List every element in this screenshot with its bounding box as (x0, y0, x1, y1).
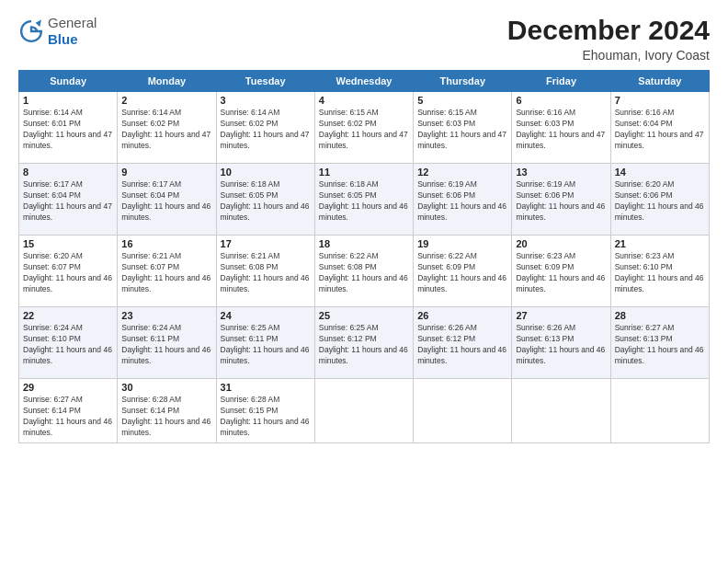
calendar-cell: 5Sunrise: 6:15 AMSunset: 6:03 PMDaylight… (414, 92, 512, 164)
calendar-cell: 14Sunrise: 6:20 AMSunset: 6:06 PMDayligh… (610, 164, 709, 236)
day-number: 28 (615, 310, 705, 321)
day-info: Sunrise: 6:22 AMSunset: 6:08 PMDaylight:… (319, 251, 409, 295)
day-number: 10 (221, 167, 311, 178)
calendar-cell: 12Sunrise: 6:19 AMSunset: 6:06 PMDayligh… (414, 164, 512, 236)
day-number: 1 (23, 95, 113, 106)
location: Ehouman, Ivory Coast (507, 48, 710, 63)
calendar-cell: 1Sunrise: 6:14 AMSunset: 6:01 PMDaylight… (19, 92, 118, 164)
day-number: 20 (516, 238, 606, 249)
day-info: Sunrise: 6:28 AMSunset: 6:14 PMDaylight:… (121, 395, 211, 439)
logo-general: General (48, 15, 97, 30)
day-info: Sunrise: 6:24 AMSunset: 6:11 PMDaylight:… (121, 323, 211, 367)
calendar-cell: 6Sunrise: 6:16 AMSunset: 6:03 PMDaylight… (512, 92, 610, 164)
page: General Blue December 2024 Ehouman, Ivor… (0, 0, 728, 563)
day-number: 15 (23, 238, 113, 249)
calendar-cell: 19Sunrise: 6:22 AMSunset: 6:09 PMDayligh… (414, 236, 512, 307)
day-number: 27 (516, 310, 606, 321)
day-info: Sunrise: 6:19 AMSunset: 6:06 PMDaylight:… (516, 179, 606, 224)
day-info: Sunrise: 6:24 AMSunset: 6:10 PMDaylight:… (23, 323, 113, 367)
calendar-header-tuesday: Tuesday (216, 71, 314, 92)
day-info: Sunrise: 6:26 AMSunset: 6:12 PMDaylight:… (417, 323, 507, 367)
calendar-cell: 20Sunrise: 6:23 AMSunset: 6:09 PMDayligh… (512, 236, 610, 307)
day-number: 5 (417, 95, 507, 106)
logo-text: General Blue (48, 15, 97, 48)
month-title: December 2024 (507, 15, 710, 46)
calendar-cell: 26Sunrise: 6:26 AMSunset: 6:12 PMDayligh… (414, 307, 512, 379)
day-number: 21 (615, 238, 705, 249)
day-info: Sunrise: 6:21 AMSunset: 6:07 PMDaylight:… (121, 251, 211, 295)
calendar-cell: 21Sunrise: 6:23 AMSunset: 6:10 PMDayligh… (610, 236, 709, 307)
logo-icon (18, 18, 44, 44)
day-info: Sunrise: 6:19 AMSunset: 6:06 PMDaylight:… (417, 179, 507, 224)
calendar: SundayMondayTuesdayWednesdayThursdayFrid… (18, 70, 710, 443)
day-info: Sunrise: 6:23 AMSunset: 6:10 PMDaylight:… (615, 251, 705, 295)
day-info: Sunrise: 6:27 AMSunset: 6:13 PMDaylight:… (615, 323, 705, 367)
day-number: 8 (23, 167, 113, 178)
calendar-cell: 13Sunrise: 6:19 AMSunset: 6:06 PMDayligh… (512, 164, 610, 236)
day-info: Sunrise: 6:14 AMSunset: 6:02 PMDaylight:… (221, 108, 311, 152)
calendar-cell: 16Sunrise: 6:21 AMSunset: 6:07 PMDayligh… (118, 236, 216, 307)
calendar-cell: 15Sunrise: 6:20 AMSunset: 6:07 PMDayligh… (19, 236, 118, 307)
day-number: 18 (319, 238, 409, 249)
calendar-cell: 8Sunrise: 6:17 AMSunset: 6:04 PMDaylight… (19, 164, 118, 236)
calendar-cell (512, 379, 610, 443)
day-info: Sunrise: 6:16 AMSunset: 6:04 PMDaylight:… (615, 108, 705, 152)
day-info: Sunrise: 6:25 AMSunset: 6:12 PMDaylight:… (319, 323, 409, 367)
day-number: 9 (121, 167, 211, 178)
logo-blue: Blue (48, 31, 78, 47)
day-number: 7 (615, 95, 705, 106)
calendar-cell: 9Sunrise: 6:17 AMSunset: 6:04 PMDaylight… (118, 164, 216, 236)
day-info: Sunrise: 6:27 AMSunset: 6:14 PMDaylight:… (23, 395, 113, 439)
day-info: Sunrise: 6:21 AMSunset: 6:08 PMDaylight:… (221, 251, 311, 295)
calendar-week-2: 8Sunrise: 6:17 AMSunset: 6:04 PMDaylight… (19, 164, 710, 236)
calendar-cell: 23Sunrise: 6:24 AMSunset: 6:11 PMDayligh… (118, 307, 216, 379)
calendar-cell: 7Sunrise: 6:16 AMSunset: 6:04 PMDaylight… (610, 92, 709, 164)
calendar-cell: 22Sunrise: 6:24 AMSunset: 6:10 PMDayligh… (19, 307, 118, 379)
day-number: 22 (23, 310, 113, 321)
day-info: Sunrise: 6:14 AMSunset: 6:01 PMDaylight:… (23, 108, 113, 152)
day-info: Sunrise: 6:28 AMSunset: 6:15 PMDaylight:… (221, 395, 311, 439)
header: General Blue December 2024 Ehouman, Ivor… (18, 15, 710, 63)
calendar-cell (314, 379, 413, 443)
day-info: Sunrise: 6:18 AMSunset: 6:05 PMDaylight:… (221, 179, 311, 224)
day-number: 16 (121, 238, 211, 249)
calendar-cell: 30Sunrise: 6:28 AMSunset: 6:14 PMDayligh… (118, 379, 216, 443)
calendar-cell: 3Sunrise: 6:14 AMSunset: 6:02 PMDaylight… (216, 92, 314, 164)
day-info: Sunrise: 6:14 AMSunset: 6:02 PMDaylight:… (121, 108, 211, 152)
calendar-header-monday: Monday (118, 71, 216, 92)
day-number: 31 (221, 382, 311, 393)
day-number: 17 (221, 238, 311, 249)
day-number: 26 (417, 310, 507, 321)
day-info: Sunrise: 6:23 AMSunset: 6:09 PMDaylight:… (516, 251, 606, 295)
calendar-cell: 17Sunrise: 6:21 AMSunset: 6:08 PMDayligh… (216, 236, 314, 307)
calendar-week-5: 29Sunrise: 6:27 AMSunset: 6:14 PMDayligh… (19, 379, 710, 443)
calendar-cell: 29Sunrise: 6:27 AMSunset: 6:14 PMDayligh… (19, 379, 118, 443)
calendar-cell: 11Sunrise: 6:18 AMSunset: 6:05 PMDayligh… (314, 164, 413, 236)
calendar-cell: 4Sunrise: 6:15 AMSunset: 6:02 PMDaylight… (314, 92, 413, 164)
calendar-week-3: 15Sunrise: 6:20 AMSunset: 6:07 PMDayligh… (19, 236, 710, 307)
calendar-header-sunday: Sunday (19, 71, 118, 92)
calendar-header-thursday: Thursday (414, 71, 512, 92)
logo: General Blue (18, 15, 97, 48)
day-info: Sunrise: 6:20 AMSunset: 6:07 PMDaylight:… (23, 251, 113, 295)
calendar-week-1: 1Sunrise: 6:14 AMSunset: 6:01 PMDaylight… (19, 92, 710, 164)
day-info: Sunrise: 6:26 AMSunset: 6:13 PMDaylight:… (516, 323, 606, 367)
calendar-cell: 27Sunrise: 6:26 AMSunset: 6:13 PMDayligh… (512, 307, 610, 379)
calendar-cell (414, 379, 512, 443)
calendar-header-saturday: Saturday (610, 71, 709, 92)
day-number: 30 (121, 382, 211, 393)
day-number: 24 (221, 310, 311, 321)
calendar-header-row: SundayMondayTuesdayWednesdayThursdayFrid… (19, 71, 710, 92)
day-info: Sunrise: 6:22 AMSunset: 6:09 PMDaylight:… (417, 251, 507, 295)
day-number: 14 (615, 167, 705, 178)
day-info: Sunrise: 6:16 AMSunset: 6:03 PMDaylight:… (516, 108, 606, 152)
calendar-cell: 2Sunrise: 6:14 AMSunset: 6:02 PMDaylight… (118, 92, 216, 164)
calendar-cell: 18Sunrise: 6:22 AMSunset: 6:08 PMDayligh… (314, 236, 413, 307)
day-info: Sunrise: 6:15 AMSunset: 6:03 PMDaylight:… (417, 108, 507, 152)
day-number: 11 (319, 167, 409, 178)
day-number: 2 (121, 95, 211, 106)
day-number: 12 (417, 167, 507, 178)
day-number: 29 (23, 382, 113, 393)
day-number: 19 (417, 238, 507, 249)
title-block: December 2024 Ehouman, Ivory Coast (507, 15, 710, 63)
